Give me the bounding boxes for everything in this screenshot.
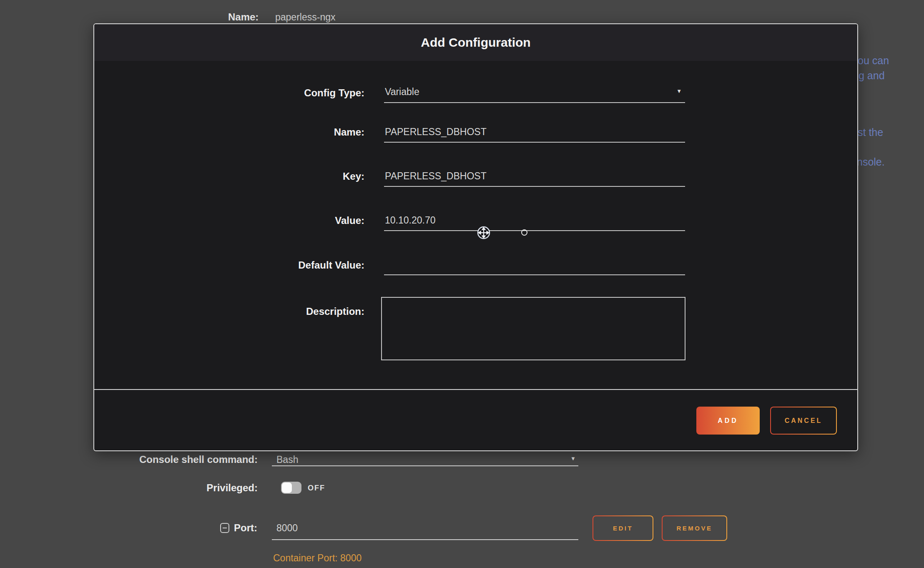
help-text-fragment: st the bbox=[858, 126, 883, 138]
port-label: Port: bbox=[234, 522, 257, 534]
key-input[interactable] bbox=[384, 168, 685, 187]
collapse-minus-icon[interactable] bbox=[220, 523, 229, 533]
console-shell-label: Console shell command: bbox=[139, 454, 258, 465]
privileged-label: Privileged: bbox=[206, 482, 258, 494]
key-label: Key: bbox=[343, 171, 364, 182]
toggle-knob bbox=[282, 483, 292, 493]
add-button[interactable]: ADD bbox=[696, 407, 760, 435]
name-label: Name: bbox=[334, 126, 364, 138]
port-value[interactable]: 8000 bbox=[276, 523, 298, 534]
description-label: Description: bbox=[306, 306, 364, 317]
description-textarea[interactable] bbox=[381, 297, 685, 360]
port-underline bbox=[272, 539, 578, 540]
config-type-label: Config Type: bbox=[304, 87, 364, 99]
console-shell-underline bbox=[272, 465, 578, 466]
console-shell-value[interactable]: Bash bbox=[276, 454, 298, 465]
screen: Name: paperless-ngx ou can g and st the … bbox=[0, 0, 924, 568]
value-label: Value: bbox=[335, 215, 364, 226]
config-type-value: Variable bbox=[385, 86, 419, 98]
value-input[interactable] bbox=[384, 213, 685, 231]
config-type-select[interactable]: Variable ▼ bbox=[384, 85, 685, 103]
privileged-state: OFF bbox=[308, 484, 325, 493]
chevron-down-icon: ▼ bbox=[676, 88, 682, 94]
dialog-title: Add Configuration bbox=[421, 35, 530, 50]
add-configuration-dialog: Add Configuration Config Type: Variable … bbox=[93, 23, 858, 451]
help-text-fragment: g and bbox=[859, 70, 885, 82]
bg-name-value: paperless-ngx bbox=[275, 12, 335, 23]
default-value-label: Default Value: bbox=[298, 259, 364, 271]
edit-button[interactable]: EDIT bbox=[593, 515, 653, 541]
remove-button[interactable]: REMOVE bbox=[662, 515, 727, 541]
chevron-down-icon[interactable]: ▼ bbox=[570, 455, 576, 462]
container-port-note: Container Port: 8000 bbox=[273, 553, 362, 564]
help-text-fragment: nsole. bbox=[857, 156, 885, 168]
privileged-toggle[interactable] bbox=[281, 482, 301, 494]
default-value-input[interactable] bbox=[384, 257, 685, 275]
move-cursor-icon bbox=[477, 226, 491, 240]
bg-name-label: Name: bbox=[228, 11, 259, 23]
pointer-dot-cursor bbox=[521, 229, 527, 236]
help-text-fragment: ou can bbox=[858, 55, 889, 67]
footer-divider bbox=[94, 389, 857, 390]
dialog-header: Add Configuration bbox=[94, 24, 857, 61]
name-input[interactable] bbox=[384, 124, 685, 143]
cancel-button[interactable]: CANCEL bbox=[770, 407, 837, 435]
